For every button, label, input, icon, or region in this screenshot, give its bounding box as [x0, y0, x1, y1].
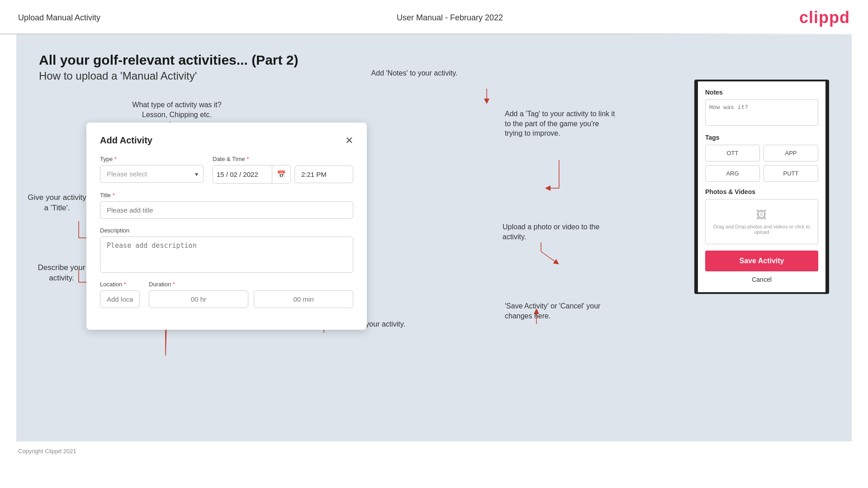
location-input[interactable] — [100, 290, 140, 308]
add-activity-modal: Add Activity ✕ Type * Please select Date… — [86, 123, 367, 330]
form-row-type-datetime: Type * Please select Date & Time * 📅 — [100, 156, 353, 184]
footer: Copyright Clippd 2021 — [0, 441, 868, 461]
cancel-link[interactable]: Cancel — [705, 276, 818, 283]
upload-text: Drag and Drop photos and videos or click… — [710, 224, 813, 235]
tag-app[interactable]: APP — [764, 145, 818, 161]
tag-putt[interactable]: PUTT — [764, 165, 818, 182]
duration-label: Duration * — [149, 281, 353, 288]
form-row-title: Title * — [100, 192, 353, 219]
form-group-title: Title * — [100, 192, 353, 219]
top-bar: Upload Manual Activity User Manual - Feb… — [0, 0, 868, 27]
notes-section-label: Notes — [705, 89, 818, 96]
form-group-description: Description — [100, 227, 353, 273]
form-group-duration: Duration * — [149, 281, 353, 308]
modal-close-button[interactable]: ✕ — [345, 136, 353, 146]
logo: clippd — [799, 8, 850, 27]
type-select[interactable]: Please select — [100, 165, 204, 183]
modal-title: Add Activity — [100, 135, 152, 146]
duration-inputs — [149, 290, 353, 308]
tag-arg[interactable]: ARG — [705, 165, 760, 182]
date-input[interactable] — [213, 166, 272, 183]
title-input[interactable] — [100, 201, 353, 219]
location-label: Location * — [100, 281, 140, 288]
page-title-main: All your golf-relevant activities... (Pa… — [39, 52, 829, 68]
form-group-location: Location * — [100, 281, 140, 308]
type-label: Type * — [100, 156, 204, 162]
modal-header: Add Activity ✕ — [100, 135, 353, 146]
hours-input[interactable] — [149, 290, 248, 308]
mins-input[interactable] — [254, 290, 353, 308]
annotation-what-type: What type of activity was it? Lesson, Ch… — [127, 100, 227, 119]
annotation-tag: Add a 'Tag' to your activity to link it … — [505, 109, 618, 138]
upload-icon: 🖼 — [710, 208, 813, 221]
page-label: Upload Manual Activity — [18, 13, 100, 23]
annotation-describe: Describe your activity. — [30, 263, 93, 284]
upload-area[interactable]: 🖼 Drag and Drop photos and videos or cli… — [705, 199, 818, 244]
phone-mockup: Notes Tags OTT APP ARG PUTT Photos & Vid… — [694, 80, 829, 294]
datetime-label: Date & Time * — [213, 156, 353, 162]
annotation-save: 'Save Activity' or 'Cancel' your changes… — [505, 301, 618, 321]
date-input-group[interactable]: 📅 — [213, 165, 291, 184]
tags-grid: OTT APP ARG PUTT — [705, 145, 818, 182]
calendar-icon[interactable]: 📅 — [272, 166, 290, 183]
tags-section-label: Tags — [705, 134, 818, 141]
form-row-location-duration: Location * Duration * — [100, 281, 353, 308]
annotation-upload: Upload a photo or video to the activity. — [503, 222, 602, 242]
tag-ott[interactable]: OTT — [705, 145, 760, 161]
manual-title: User Manual - February 2022 — [397, 13, 503, 23]
description-textarea[interactable] — [100, 237, 353, 273]
annotation-title: Give your activity a 'Title'. — [28, 193, 86, 213]
main-area: All your golf-relevant activities... (Pa… — [16, 34, 852, 441]
copyright: Copyright Clippd 2021 — [18, 448, 76, 455]
form-group-datetime: Date & Time * 📅 — [213, 156, 353, 184]
annotation-notes: Add 'Notes' to your activity. — [369, 68, 460, 78]
form-group-type: Type * Please select — [100, 156, 204, 184]
save-activity-button[interactable]: Save Activity — [705, 251, 818, 271]
form-row-desc: Description — [100, 227, 353, 273]
type-select-wrapper[interactable]: Please select — [100, 165, 204, 183]
desc-label: Description — [100, 227, 353, 234]
time-input[interactable] — [294, 166, 353, 183]
photos-section-label: Photos & Videos — [705, 188, 818, 195]
title-label: Title * — [100, 192, 353, 199]
notes-textarea[interactable] — [705, 99, 818, 126]
